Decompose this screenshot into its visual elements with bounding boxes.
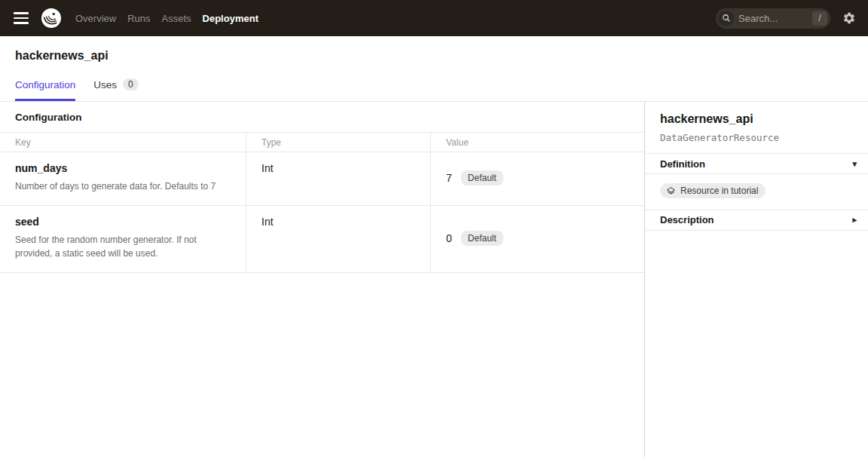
tab-uses[interactable]: Uses 0: [93, 78, 138, 101]
tab-bar: Configuration Uses 0: [0, 78, 868, 101]
search-input[interactable]: [737, 12, 809, 25]
config-key: num_days: [15, 162, 231, 174]
column-header-key: Key: [0, 133, 246, 152]
tag-label: Resource in tutorial: [680, 186, 758, 196]
config-value: 7: [446, 172, 452, 184]
description-section-label: Description: [660, 214, 714, 225]
section-title: Configuration: [0, 102, 644, 133]
config-value: 0: [446, 232, 452, 244]
table-row: seed Seed for the random number generato…: [0, 206, 644, 273]
config-description: Number of days to generate data for. Def…: [15, 179, 231, 194]
nav-item-deployment[interactable]: Deployment: [203, 13, 258, 24]
top-nav: Overview Runs Assets Deployment /: [0, 0, 868, 36]
config-type: Int: [246, 206, 430, 272]
gear-icon: [842, 11, 856, 25]
chevron-right-icon: ▸: [852, 216, 857, 224]
nav-item-runs[interactable]: Runs: [127, 13, 150, 24]
layers-icon: [666, 186, 676, 196]
configuration-table: Key Type Value num_days Number of days t…: [0, 133, 644, 273]
app-root: Overview Runs Assets Deployment / hacker…: [0, 0, 868, 457]
search-icon: [718, 11, 734, 26]
chevron-down-icon: ▾: [852, 160, 857, 168]
config-type: Int: [246, 152, 430, 205]
dagster-logo-icon[interactable]: [41, 8, 62, 29]
settings-gear-button[interactable]: [842, 11, 856, 25]
definition-section-label: Definition: [660, 158, 705, 170]
tab-configuration-label: Configuration: [15, 79, 75, 90]
tag-resource-in-tutorial[interactable]: Resource in tutorial: [660, 183, 766, 198]
uses-count-badge: 0: [123, 78, 139, 90]
primary-nav: Overview Runs Assets Deployment: [75, 13, 258, 24]
config-description: Seed for the random number generator. If…: [15, 233, 231, 261]
page-header: hackernews_api Configuration Uses 0: [0, 36, 868, 102]
details-side-panel: hackernews_api DataGeneratorResource Def…: [645, 102, 868, 457]
search-box[interactable]: /: [716, 8, 830, 29]
resource-name: hackernews_api: [660, 112, 853, 126]
column-header-value: Value: [430, 133, 644, 152]
column-header-type: Type: [246, 133, 430, 152]
resource-type: DataGeneratorResource: [660, 132, 853, 143]
menu-button[interactable]: [12, 9, 30, 27]
definition-section-toggle[interactable]: Definition ▾: [645, 153, 868, 174]
definition-section-content: Resource in tutorial: [645, 174, 868, 210]
page-title: hackernews_api: [0, 36, 868, 63]
config-key: seed: [15, 216, 231, 228]
description-section-toggle[interactable]: Description ▸: [645, 210, 868, 231]
table-header-row: Key Type Value: [0, 133, 644, 152]
tab-uses-label: Uses: [93, 79, 117, 90]
table-row: num_days Number of days to generate data…: [0, 152, 644, 206]
default-badge: Default: [461, 170, 503, 186]
tab-configuration[interactable]: Configuration: [15, 79, 75, 101]
nav-item-assets[interactable]: Assets: [162, 13, 191, 24]
nav-item-overview[interactable]: Overview: [75, 13, 116, 24]
menu-icon: [14, 12, 29, 14]
content-area: Configuration Key Type Value num_days Nu…: [0, 102, 868, 457]
search-shortcut-key: /: [812, 11, 827, 26]
configuration-pane: Configuration Key Type Value num_days Nu…: [0, 102, 645, 457]
default-badge: Default: [461, 231, 503, 246]
